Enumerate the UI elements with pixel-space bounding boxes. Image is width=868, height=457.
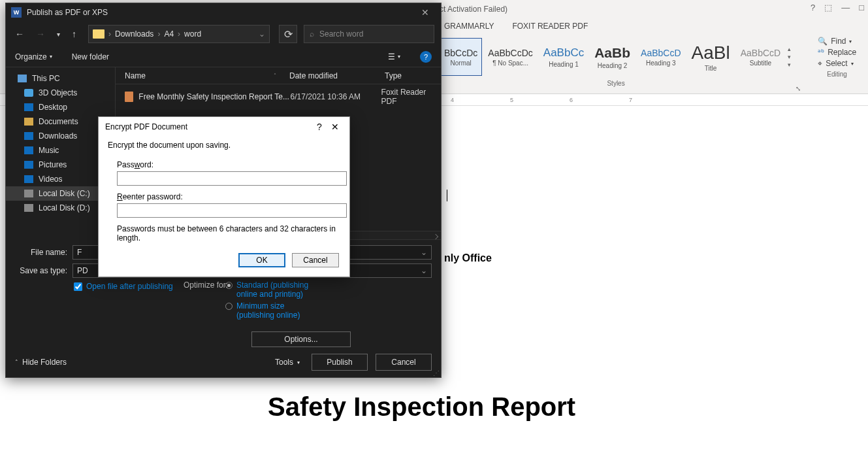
ruler-tick: 7 [629, 97, 632, 103]
password-field-group: Password: [117, 160, 340, 186]
publish-button[interactable]: Publish [312, 354, 368, 371]
style-sample: AaBbCcD [741, 48, 780, 58]
file-name: Free Monthly Safety Inspection Report Te… [138, 92, 290, 101]
styles-launcher-icon[interactable]: ⤡ [793, 84, 803, 93]
radio-standard[interactable]: Standard (publishing online and printing… [225, 280, 351, 299]
chevron-down-icon: ▾ [398, 54, 400, 59]
ruler-tick: 4 [451, 97, 454, 103]
dialog-nav: ← → ▾ ↑ › Downloads › A4 › word ⌄ ⟳ ⌕ Se… [6, 22, 441, 46]
cancel-button[interactable]: Cancel [292, 253, 339, 267]
documents-icon [24, 118, 33, 126]
tree-label: 3D Objects [39, 88, 77, 97]
3d-icon [24, 89, 33, 97]
chevron-down-icon: ▾ [849, 39, 852, 44]
tree-desktop[interactable]: Desktop [6, 100, 115, 114]
search-input[interactable]: ⌕ Search word [304, 25, 434, 43]
back-button[interactable]: ← [12, 27, 27, 41]
style-option[interactable]: AaBbCcDHeading 3 [636, 38, 685, 76]
style-option[interactable]: AaBbCcDc¶ No Spac... [483, 38, 537, 76]
savetype-label: Save as type: [15, 266, 67, 275]
new-folder-button[interactable]: New folder [72, 52, 109, 61]
folder-icon [93, 29, 104, 39]
encrypt-title: Encrypt PDF Document [105, 122, 312, 131]
reenter-password-input[interactable] [117, 203, 347, 218]
forward-button[interactable]: → [33, 27, 48, 41]
col-type[interactable]: Type [385, 71, 441, 80]
savetype-value: PD [77, 266, 88, 275]
tree-this-pc[interactable]: This PC [6, 71, 115, 86]
pdf-file-icon [125, 92, 133, 102]
hide-folders-button[interactable]: ˄Hide Folders [15, 358, 67, 367]
help-icon[interactable]: ? [811, 3, 815, 12]
chevron-down-icon[interactable]: ⌄ [259, 29, 265, 39]
tree-label: Local Disk (D:) [39, 203, 90, 212]
tree-3d-objects[interactable]: 3D Objects [6, 86, 115, 100]
breadcrumb-seg[interactable]: word [184, 29, 201, 39]
options-button[interactable]: Options... [251, 331, 351, 347]
replace-button[interactable]: ᵃᵇReplace [818, 48, 856, 57]
minimize-icon[interactable]: — [841, 3, 850, 12]
style-option[interactable]: AaBbHeading 2 [590, 38, 635, 76]
organize-label: Organize [15, 52, 47, 61]
address-bar[interactable]: › Downloads › A4 › word ⌄ [88, 25, 270, 43]
find-button[interactable]: 🔍Find ▾ [818, 37, 856, 46]
col-date[interactable]: Date modified [289, 71, 385, 80]
maximize-icon[interactable]: □ [859, 3, 864, 12]
chevron-down-icon[interactable]: ⌄ [421, 248, 427, 257]
breadcrumb-seg[interactable]: A4 [164, 29, 174, 39]
chevron-down-icon: ▾ [851, 61, 854, 67]
word-window-controls: ? ⬚ — □ [811, 3, 864, 12]
tab-grammarly[interactable]: GRAMMARLY [444, 22, 494, 31]
cancel-button[interactable]: Cancel [376, 354, 432, 371]
styles-gallery[interactable]: BbCcDcNormalAaBbCcDc¶ No Spac...AaBbCcHe… [439, 34, 793, 80]
recent-locations-button[interactable]: ▾ [54, 29, 63, 39]
styles-group: BbCcDcNormalAaBbCcDc¶ No Spac...AaBbCcHe… [439, 34, 793, 93]
style-label: Heading 3 [641, 59, 681, 67]
open-after-check[interactable] [74, 282, 82, 291]
style-sample: AaBl [692, 42, 730, 63]
disk-icon [24, 204, 33, 212]
find-label: Find [831, 37, 846, 46]
search-icon: 🔍 [818, 37, 828, 46]
password-input[interactable] [117, 171, 347, 186]
close-icon[interactable]: ✕ [327, 122, 343, 132]
style-sample: AaBb [594, 45, 630, 61]
resize-grip[interactable]: ⋰ [433, 369, 440, 376]
style-option[interactable]: BbCcDcNormal [440, 38, 482, 76]
col-name[interactable]: Name˄ [125, 71, 289, 80]
select-button[interactable]: ⌖Select ▾ [818, 59, 856, 68]
text-cursor [447, 190, 447, 201]
view-options-button[interactable]: ☰▾ [388, 52, 400, 61]
music-icon [24, 146, 33, 154]
file-row[interactable]: Free Monthly Safety Inspection Report Te… [116, 84, 441, 109]
style-label: Subtitle [741, 59, 780, 67]
style-label: Heading 2 [594, 62, 630, 69]
styles-caption: Styles [607, 80, 624, 87]
list-header: Name˄ Date modified Type [116, 67, 441, 84]
breadcrumb-seg[interactable]: Downloads [115, 29, 153, 39]
up-button[interactable]: ↑ [69, 27, 79, 41]
tab-foxit[interactable]: FOXIT READER PDF [512, 22, 588, 31]
dialog-title: Publish as PDF or XPS [27, 8, 415, 17]
ok-button[interactable]: OK [238, 253, 285, 267]
help-icon[interactable]: ? [312, 122, 327, 132]
help-button[interactable]: ? [420, 51, 432, 63]
organize-button[interactable]: Organize ▾ [15, 52, 52, 61]
tools-dropdown[interactable]: Tools▾ [275, 358, 300, 367]
style-option[interactable]: AaBlTitle [687, 38, 735, 76]
optimize-block: Optimize for: Standard (publishing onlin… [225, 280, 351, 347]
lbl-part: Pass [117, 160, 135, 169]
tree-label: Pictures [39, 160, 67, 169]
radio-standard-label: Standard (publishing online and printing… [236, 280, 321, 299]
styles-more-button[interactable]: ▴▾▾ [786, 46, 793, 68]
style-option[interactable]: AaBbCcDSubtitle [736, 38, 785, 76]
close-icon[interactable]: ✕ [415, 7, 436, 18]
ribbon-display-icon[interactable]: ⬚ [824, 3, 832, 12]
radio-minimum[interactable]: Minimum size (publishing online) [225, 301, 351, 320]
style-option[interactable]: AaBbCcHeading 1 [539, 38, 588, 76]
refresh-button[interactable]: ⟳ [279, 25, 297, 43]
breadcrumb-sep: › [178, 29, 180, 39]
chevron-down-icon[interactable]: ⌄ [421, 266, 427, 275]
lbl-part: eenter password: [123, 192, 183, 201]
style-sample: AaBbCcD [641, 48, 681, 58]
